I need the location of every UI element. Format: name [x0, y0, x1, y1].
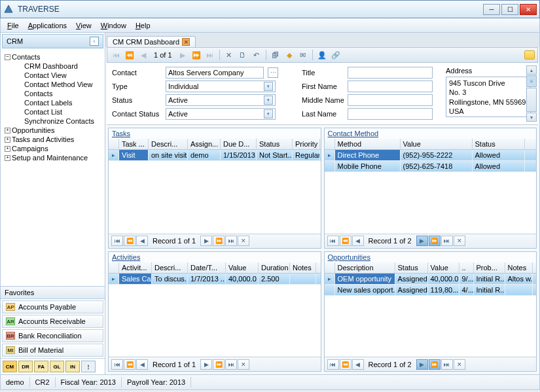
nav-button[interactable]: ⏩ — [429, 359, 441, 370]
nav-button[interactable]: ⏩ — [213, 359, 225, 370]
column-header[interactable]: Description — [335, 262, 395, 273]
users-icon[interactable]: 👤 — [316, 49, 328, 61]
nav-button[interactable]: ▶ — [416, 359, 428, 370]
maximize-button[interactable]: ☐ — [501, 4, 518, 15]
sidebar-collapse-button[interactable]: ‹ — [90, 37, 99, 46]
scroll-down-icon[interactable]: ▾ — [526, 113, 537, 122]
module-btn-gl[interactable]: GL — [50, 361, 64, 372]
expand-icon[interactable]: + — [5, 137, 10, 143]
expand-icon[interactable]: + — [5, 128, 10, 134]
nav-button[interactable]: ◀ — [136, 236, 148, 246]
nav-button[interactable]: ▶ — [200, 359, 212, 370]
column-header[interactable]: Due D... — [221, 139, 257, 149]
nav-button[interactable]: ⏪ — [340, 236, 351, 246]
nav-button[interactable]: ⏭ — [225, 359, 237, 370]
column-header[interactable]: Prob... — [474, 262, 505, 273]
tab-crm-dashboard[interactable]: CM CRM Dashboard ✕ — [107, 36, 196, 47]
table-row[interactable]: ▸OEM opportunityAssigned40,000.09/...Ini… — [325, 274, 537, 285]
menu-help[interactable]: Help — [132, 20, 154, 31]
favorite-icon[interactable]: ◆ — [283, 49, 295, 61]
scroll-up-icon[interactable]: ▴ — [526, 65, 537, 75]
column-header[interactable]: Value — [226, 262, 259, 273]
nav-next-page-icon[interactable]: ⏩ — [190, 49, 202, 61]
tree-campaigns[interactable]: +Campaigns — [2, 144, 103, 153]
nav-button[interactable]: ⏪ — [340, 359, 351, 370]
menu-file[interactable]: File — [3, 20, 23, 31]
contact-input[interactable] — [166, 67, 264, 79]
type-combo[interactable]: Individual▾ — [166, 80, 276, 92]
table-row[interactable]: ▸Visiton site visitdemo1/15/2013Not Star… — [109, 150, 321, 161]
column-header[interactable]: Assign... — [188, 139, 221, 149]
favorite-mi[interactable]: MIBill of Material — [2, 344, 103, 357]
column-header[interactable]: Value — [428, 262, 459, 273]
title-input[interactable] — [348, 67, 433, 79]
module-btn-dr[interactable]: DR — [18, 361, 33, 372]
status-combo[interactable]: Active▾ — [166, 94, 276, 106]
tab-close-icon[interactable]: ✕ — [182, 38, 190, 46]
table-row[interactable]: New sales opport...Assigned119,80...4/..… — [325, 285, 537, 296]
delete-icon[interactable]: ✕ — [223, 49, 235, 61]
favorite-ap[interactable]: APAccounts Payable — [2, 300, 103, 313]
nav-next-icon[interactable]: ▶ — [177, 49, 189, 61]
nav-button[interactable]: ⏮ — [327, 236, 339, 246]
tree-setup-and-maintenance[interactable]: +Setup and Maintenance — [2, 153, 103, 162]
nav-button[interactable]: ◀ — [136, 359, 148, 370]
module-btn-cm[interactable]: CM — [3, 361, 17, 372]
address-box[interactable]: 945 Tuscon DriveNo. 3Rollingstone, MN 55… — [446, 77, 531, 117]
new-icon[interactable]: 🗋 — [237, 49, 249, 61]
module-more-button[interactable]: ⋮ — [81, 361, 96, 372]
firstname-input[interactable] — [348, 80, 433, 92]
mail-icon[interactable]: ✉ — [297, 49, 309, 61]
tree-item-contact-labels[interactable]: Contact Labels — [2, 98, 103, 107]
middlename-input[interactable] — [348, 94, 433, 106]
copy-icon[interactable]: 🗐 — [270, 49, 281, 61]
expand-icon[interactable]: + — [5, 155, 10, 161]
tree-item-contact-view[interactable]: Contact View — [2, 71, 103, 80]
nav-button[interactable]: ◀ — [352, 359, 364, 370]
column-header[interactable]: Descri... — [149, 139, 188, 149]
column-header[interactable]: Activit... — [119, 262, 152, 273]
nav-button[interactable]: ⏪ — [124, 236, 135, 246]
module-btn-fa[interactable]: FA — [34, 361, 48, 372]
nav-button[interactable]: ⏮ — [111, 236, 123, 246]
nav-button[interactable]: ⏩ — [429, 236, 441, 246]
nav-button[interactable]: ◀ — [352, 236, 364, 246]
tree-item-contacts[interactable]: Contacts — [2, 89, 103, 98]
column-header[interactable]: Task ... — [119, 139, 149, 149]
nav-delete-button[interactable]: ✕ — [238, 236, 249, 246]
table-row[interactable]: ▸Direct Phone(952)-955-2222Allowed — [325, 150, 537, 161]
nav-last-icon[interactable]: ⏭ — [204, 49, 216, 61]
column-header[interactable]: Notes — [290, 262, 316, 273]
nav-button[interactable]: ⏭ — [225, 236, 237, 246]
tree-item-synchronize-contacts[interactable]: Synchronize Contacts — [2, 116, 103, 126]
nav-first-icon[interactable]: ⏮ — [110, 49, 122, 61]
undo-icon[interactable]: ↶ — [251, 49, 262, 61]
table-row[interactable]: ▸Sales CallTo discus...1/7/2013 ...40,00… — [109, 274, 321, 285]
expand-icon[interactable]: − — [5, 54, 10, 60]
tree-contacts[interactable]: −Contacts — [2, 52, 103, 62]
scroll-thumb[interactable]: ≡ — [526, 75, 537, 87]
tree-item-contact-list[interactable]: Contact List — [2, 107, 103, 116]
nav-delete-button[interactable]: ✕ — [454, 359, 465, 370]
minimize-button[interactable]: ─ — [483, 4, 500, 15]
column-header[interactable]: Status — [473, 139, 525, 149]
module-btn-in[interactable]: IN — [65, 361, 80, 372]
tree-item-crm-dashboard[interactable]: CRM Dashboard — [2, 62, 103, 71]
menu-view[interactable]: View — [72, 20, 96, 31]
folder-icon[interactable] — [524, 50, 535, 60]
column-header[interactable]: Notes — [505, 262, 533, 273]
scroll-track[interactable] — [526, 88, 537, 112]
column-header[interactable]: Value — [401, 139, 473, 149]
column-header[interactable]: Descri... — [152, 262, 188, 273]
favorite-br[interactable]: BRBank Reconciliation — [2, 329, 103, 342]
nav-button[interactable]: ⏩ — [213, 236, 225, 246]
tree-item-contact-method-view[interactable]: Contact Method View — [2, 80, 103, 89]
close-button[interactable]: ✕ — [520, 4, 537, 15]
nav-delete-button[interactable]: ✕ — [238, 359, 249, 370]
menu-applications[interactable]: Applications — [24, 20, 71, 31]
column-header[interactable]: Date/T... — [188, 262, 226, 273]
column-header[interactable]: Status — [257, 139, 293, 149]
form-scrollbar[interactable]: ▴ ≡ ▾ — [526, 65, 537, 122]
nav-button[interactable]: ⏪ — [124, 359, 135, 370]
contact-status-combo[interactable]: Active▾ — [166, 108, 276, 120]
